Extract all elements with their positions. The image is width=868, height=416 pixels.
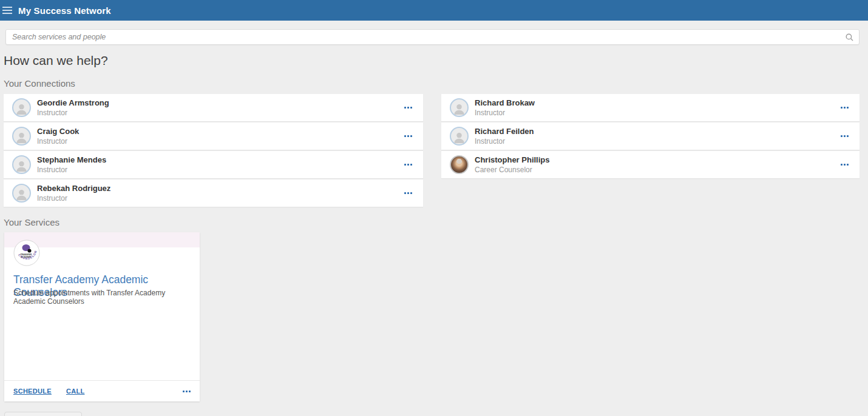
default-avatar-icon: [12, 184, 31, 203]
service-ellipsis-menu-button[interactable]: [183, 388, 191, 395]
connection-name: Craig Cook: [37, 127, 79, 136]
default-avatar-icon: [450, 98, 469, 117]
schedule-link[interactable]: SCHEDULE: [13, 387, 52, 395]
service-description: Schedule appointments with Transfer Acad…: [13, 289, 192, 306]
connection-role: Career Counselor: [475, 166, 550, 174]
connections-grid: Geordie ArmstrongInstructorCraig CookIns…: [4, 94, 860, 208]
connection-text: Rebekah RodriguezInstructor: [37, 184, 110, 203]
connection-row: Rebekah RodriguezInstructor: [4, 179, 423, 207]
connection-ellipsis-menu-button[interactable]: [838, 161, 851, 168]
connection-role: Instructor: [37, 137, 79, 146]
connection-name: Geordie Armstrong: [37, 98, 109, 107]
default-avatar-icon: [12, 155, 31, 174]
connection-role: Instructor: [37, 194, 110, 203]
service-logo-icon: .................. TRANSFER ACADEMY COUN…: [13, 240, 40, 266]
page-heading: How can we help?: [4, 53, 108, 68]
connection-row: Craig CookInstructor: [4, 122, 423, 150]
connection-ellipsis-menu-button[interactable]: [838, 104, 851, 111]
connection-role: Instructor: [475, 137, 534, 146]
connection-name: Richard Feilden: [475, 127, 534, 136]
connection-role: Instructor: [37, 109, 109, 117]
connection-name: Christopher Phillips: [475, 155, 550, 164]
search-icon[interactable]: [840, 33, 859, 41]
connection-text: Richard BrokawInstructor: [475, 98, 535, 117]
connection-row: Stephanie MendesInstructor: [4, 151, 423, 178]
connection-row: Richard FeildenInstructor: [441, 122, 860, 150]
services-section-label: Your Services: [4, 217, 59, 227]
connection-name: Richard Brokaw: [475, 98, 535, 107]
menu-icon[interactable]: [0, 0, 16, 21]
connection-name: Rebekah Rodriguez: [37, 184, 110, 193]
connection-text: Craig CookInstructor: [37, 127, 79, 146]
default-avatar-icon: [12, 98, 31, 117]
connection-ellipsis-menu-button[interactable]: [402, 104, 415, 111]
call-link[interactable]: CALL: [66, 387, 85, 395]
connection-text: Stephanie MendesInstructor: [37, 155, 106, 174]
connection-row: Richard BrokawInstructor: [441, 94, 860, 121]
search-input[interactable]: [6, 30, 840, 44]
default-avatar-icon: [12, 127, 31, 146]
search-bar: [5, 29, 860, 45]
connections-column-left: Geordie ArmstrongInstructorCraig CookIns…: [4, 94, 423, 208]
connections-section-label: Your Connections: [4, 78, 75, 89]
page-title: My Success Network: [18, 5, 111, 16]
connection-ellipsis-menu-button[interactable]: [402, 190, 415, 196]
connection-text: Richard FeildenInstructor: [475, 127, 534, 146]
connection-role: Instructor: [475, 109, 535, 117]
connection-ellipsis-menu-button[interactable]: [402, 161, 415, 168]
app-header: My Success Network: [0, 0, 868, 21]
connection-text: Christopher PhillipsCareer Counselor: [475, 155, 550, 174]
connection-row: Christopher PhillipsCareer Counselor: [441, 151, 860, 178]
connection-name: Stephanie Mendes: [37, 155, 106, 164]
connection-ellipsis-menu-button[interactable]: [402, 133, 415, 139]
connection-ellipsis-menu-button[interactable]: [838, 133, 851, 139]
connections-column-right: Richard BrokawInstructorRichard FeildenI…: [441, 94, 860, 179]
connection-text: Geordie ArmstrongInstructor: [37, 98, 109, 117]
service-card: .................. TRANSFER ACADEMY COUN…: [4, 232, 200, 401]
service-card-footer: SCHEDULE CALL: [4, 380, 200, 401]
profile-photo-avatar: [450, 155, 469, 174]
connection-row: Geordie ArmstrongInstructor: [4, 94, 423, 121]
connection-role: Instructor: [37, 166, 106, 174]
default-avatar-icon: [450, 127, 469, 146]
partial-card: [4, 412, 82, 416]
